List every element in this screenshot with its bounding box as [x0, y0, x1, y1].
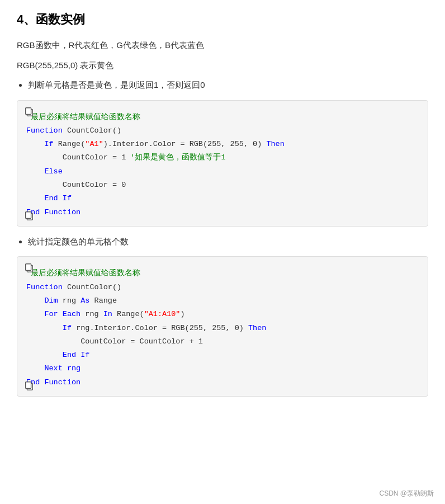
code-line-1-5: CountColor = 0 [26, 178, 419, 192]
bullet-item-2: 统计指定颜色的单元格个数 [28, 234, 428, 249]
code-line-1-1: Function CountColor() [26, 124, 419, 138]
copy-icon-1[interactable] [24, 106, 34, 116]
code-line-2-3: For Each rng In Range("A1:A10") [26, 308, 419, 321]
code-line-2-5: CountColor = CountColor + 1 [26, 335, 419, 348]
code-line-2-4: If rng.Interior.Color = RGB(255, 255, 0)… [26, 322, 419, 335]
svg-rect-1 [26, 107, 31, 114]
code-block-2-content: '最后必须将结果赋值给函数名称 Function CountColor() Di… [26, 267, 419, 389]
copy-icon-2-bottom[interactable] [24, 380, 34, 390]
paragraph-2: RGB(255,255,0) 表示黄色 [17, 58, 428, 73]
svg-rect-5 [26, 264, 31, 271]
code-line-1-6: End If [26, 192, 419, 205]
paragraph-1: RGB函数中，R代表红色，G代表绿色，B代表蓝色 [17, 38, 428, 53]
code-line-2-1: Function CountColor() [26, 281, 419, 294]
page-title: 4、函数实例 [17, 11, 428, 28]
code-line-2-8: End Function [26, 376, 419, 389]
bullet-item-1: 判断单元格是否是黄色，是则返回1，否则返回0 [28, 78, 428, 92]
watermark: CSDN @泵勒朗斯 [379, 489, 434, 498]
code-line-1-3: CountColor = 1 '如果是黄色，函数值等于1 [26, 151, 419, 164]
code-block-2: '最后必须将结果赋值给函数名称 Function CountColor() Di… [17, 256, 428, 397]
copy-icon-1-bottom[interactable] [24, 210, 34, 220]
code-line-2-2: Dim rng As Range [26, 294, 419, 308]
svg-rect-7 [26, 382, 31, 389]
code-comment-1: '最后必须将结果赋值给函数名称 [26, 111, 419, 124]
code-line-1-4: Else [26, 165, 419, 178]
code-comment-2: '最后必须将结果赋值给函数名称 [26, 267, 419, 280]
code-line-1-2: If Range("A1").Interior.Color = RGB(255,… [26, 138, 419, 151]
copy-icon-2[interactable] [24, 262, 34, 272]
code-line-1-7: End Function [26, 206, 419, 219]
code-line-2-7: Next rng [26, 362, 419, 375]
code-block-1-content: '最后必须将结果赋值给函数名称 Function CountColor() If… [26, 111, 419, 219]
code-line-2-6: End If [26, 348, 419, 362]
svg-rect-3 [26, 212, 31, 219]
code-block-1: '最后必须将结果赋值给函数名称 Function CountColor() If… [17, 100, 428, 227]
